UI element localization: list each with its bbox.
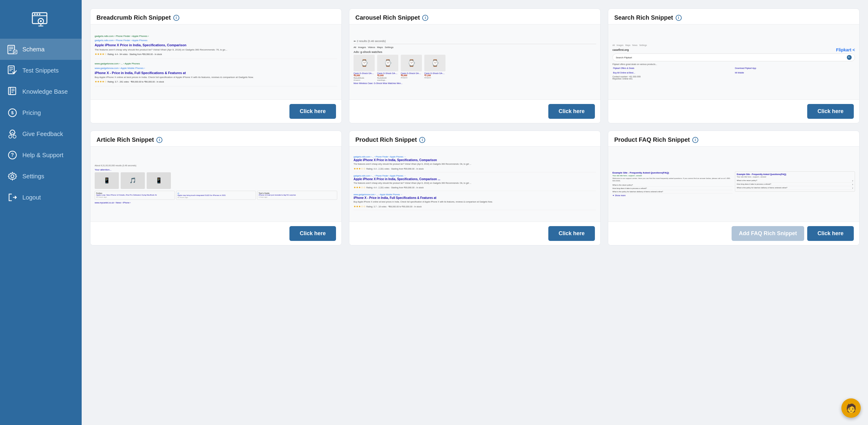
sidebar-item-give-feedback[interactable]: Give Feedback: [0, 123, 82, 144]
card-breadcrumb-preview: gadgets.ndtv.com › Phone Finder › Apple …: [90, 25, 341, 99]
sidebar-item-test-snippets-label: Test Snippets: [22, 67, 59, 74]
card-product: Product Rich Snippet i gadgets.ndtv.com …: [349, 131, 601, 246]
card-breadcrumb: Breadcrumb Rich Snippet i gadgets.ndtv.c…: [90, 8, 342, 123]
sidebar-item-help-support[interactable]: ? Help & Support: [0, 144, 82, 166]
give-feedback-icon: [7, 129, 18, 139]
card-search-footer: Click here: [608, 99, 859, 123]
sidebar-item-give-feedback-label: Give Feedback: [22, 131, 63, 137]
svg-point-29: [13, 135, 16, 138]
sidebar-item-help-support-label: Help & Support: [22, 152, 63, 159]
sidebar-item-knowledge-base[interactable]: Knowledge Base: [0, 81, 82, 102]
svg-point-7: [37, 13, 38, 15]
sidebar-item-schema[interactable]: Schema: [0, 39, 82, 60]
svg-point-3: [40, 20, 42, 22]
pricing-icon: $: [7, 108, 18, 118]
card-search-info-icon[interactable]: i: [676, 15, 682, 21]
card-carousel-footer: Click here: [349, 99, 600, 123]
card-product-click-button[interactable]: Click here: [548, 226, 595, 241]
help-support-icon: ?: [7, 150, 18, 160]
card-product-faq-preview: Example Site - Frequently Asked Question…: [608, 146, 859, 222]
card-article-footer: Click here: [90, 222, 341, 245]
card-breadcrumb-info-icon[interactable]: i: [173, 15, 179, 21]
card-carousel-preview: ⬅ 2 results (0.46 seconds) All Images Vi…: [349, 25, 600, 99]
card-product-faq-info-icon[interactable]: i: [692, 137, 698, 143]
card-breadcrumb-click-button[interactable]: Click here: [289, 104, 336, 119]
card-carousel-click-button[interactable]: Click here: [548, 104, 595, 119]
svg-point-6: [34, 13, 36, 15]
sidebar-nav: Schema Test Snippets Knowledge Base: [0, 36, 82, 210]
sidebar-logo: [0, 0, 82, 36]
card-product-faq-click-button[interactable]: Click here: [807, 226, 854, 241]
sidebar-item-test-snippets[interactable]: Test Snippets: [0, 60, 82, 81]
schema-icon: [7, 44, 18, 55]
card-article-click-button[interactable]: Click here: [289, 226, 336, 241]
sidebar: Schema Test Snippets Knowledge Base: [0, 0, 82, 425]
card-search-header: Search Rich Snippet i: [608, 9, 859, 25]
sidebar-item-logout[interactable]: Logout: [0, 187, 82, 208]
svg-point-32: [11, 175, 14, 178]
sidebar-item-logout-label: Logout: [22, 194, 41, 201]
knowledge-base-icon: [7, 87, 18, 97]
card-carousel-info-icon[interactable]: i: [422, 15, 428, 21]
svg-text:?: ?: [11, 152, 14, 158]
app-logo-icon: [30, 8, 52, 30]
card-breadcrumb-title: Breadcrumb Rich Snippet: [96, 14, 171, 21]
sidebar-item-settings[interactable]: Settings: [0, 166, 82, 187]
logout-icon: [7, 192, 18, 202]
svg-text:$: $: [11, 110, 14, 115]
card-product-faq: Product FAQ Rich Snippet i Example Site …: [608, 131, 860, 246]
card-search: Search Rich Snippet i All Images Maps Ne…: [608, 8, 860, 123]
card-article-title: Article Rich Snippet: [96, 136, 154, 143]
card-carousel-header: Carousel Rich Snippet i: [349, 9, 600, 25]
card-breadcrumb-header: Breadcrumb Rich Snippet i: [90, 9, 341, 25]
card-article-preview: About 8,31,00,00,000 results (0.46 secon…: [90, 146, 341, 222]
card-search-click-button[interactable]: Click here: [807, 104, 854, 119]
card-article-header: Article Rich Snippet i: [90, 131, 341, 146]
sidebar-item-schema-label: Schema: [22, 46, 44, 53]
avatar-icon: 🧑: [846, 403, 857, 413]
card-article: Article Rich Snippet i About 8,31,00,00,…: [90, 131, 342, 246]
card-product-info-icon[interactable]: i: [419, 137, 425, 143]
card-product-header: Product Rich Snippet i: [349, 131, 600, 146]
main-content: Breadcrumb Rich Snippet i gadgets.ndtv.c…: [82, 0, 868, 425]
test-snippets-icon: [7, 65, 18, 75]
card-product-title: Product Rich Snippet: [355, 136, 417, 143]
card-product-preview: gadgets.ndtv.com › ... › Phone Finder › …: [349, 146, 600, 222]
settings-icon: [7, 171, 18, 182]
card-article-info-icon[interactable]: i: [156, 137, 162, 143]
card-product-footer: Click here: [349, 222, 600, 245]
svg-point-28: [9, 135, 12, 138]
card-search-title: Search Rich Snippet: [614, 14, 673, 21]
card-product-faq-title: Product FAQ Rich Snippet: [614, 136, 690, 143]
snippets-grid: Breadcrumb Rich Snippet i gadgets.ndtv.c…: [90, 8, 860, 246]
card-carousel: Carousel Rich Snippet i ⬅ 2 results (0.4…: [349, 8, 601, 123]
avatar-bubble[interactable]: 🧑: [841, 398, 861, 418]
card-search-preview: All Images Maps News Settings casefirst.…: [608, 25, 859, 99]
svg-point-8: [39, 13, 40, 15]
card-breadcrumb-footer: Click here: [90, 99, 341, 123]
search-bar-button[interactable]: 🔍: [847, 55, 852, 60]
sidebar-item-knowledge-base-label: Knowledge Base: [22, 88, 68, 95]
card-product-faq-add-button[interactable]: Add FAQ Rich Snippet: [732, 226, 804, 241]
sidebar-item-pricing-label: Pricing: [22, 109, 41, 117]
sidebar-item-settings-label: Settings: [22, 173, 44, 180]
card-product-faq-footer: Add FAQ Rich Snippet Click here: [608, 222, 859, 245]
card-carousel-title: Carousel Rich Snippet: [355, 14, 420, 21]
sidebar-item-pricing[interactable]: $ Pricing: [0, 102, 82, 123]
card-product-faq-header: Product FAQ Rich Snippet i: [608, 131, 859, 146]
